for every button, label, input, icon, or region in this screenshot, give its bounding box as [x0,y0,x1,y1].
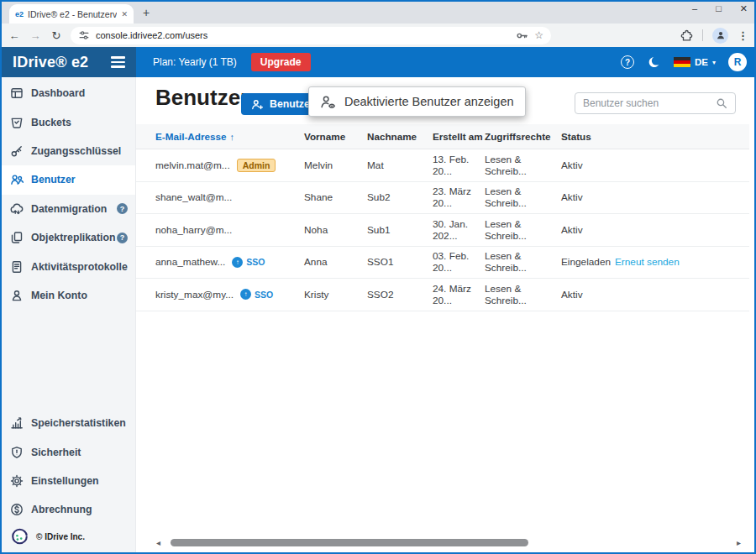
sso-badge: ↑SSO [232,257,265,268]
table-row[interactable]: kristy_max@my...↑SSO Kristy SSO2 24. Mär… [136,279,749,311]
main-content: Benutzer Benutzer einladen Deaktivierte … [136,77,754,552]
table-row[interactable]: shane_walt@m... Shane Sub2 23. März 20..… [136,182,749,215]
user-last-name: SSO1 [367,256,433,268]
user-first-name: Kristy [304,289,367,301]
key-icon [10,144,24,158]
sidebar-item-activity-logs[interactable]: Aktivitätsprotokolle [2,252,135,280]
app-header: IDrive® e2 Plan: Yearly (1 TB) Upgrade ?… [2,47,754,77]
sidebar-footer: © IDrive Inc. [10,526,85,546]
tab-favicon: e2 [15,10,24,18]
user-rights: Lesen & Schreib... [485,218,561,242]
user-created: 24. März 20... [433,283,485,306]
browser-tab[interactable]: e2 IDrive® e2 - Benutzerverwaltung ✕ [9,4,134,24]
sidebar-item-buckets[interactable]: Buckets [2,107,135,136]
scroll-left-arrow[interactable]: ◂ [156,539,160,547]
user-search-box [575,92,736,114]
sidebar-item-storage-stats[interactable]: Speicherstatistiken [2,409,135,437]
sort-ascending-icon: ↑ [229,132,234,142]
sso-label: SSO [246,257,265,267]
table-row[interactable]: noha_harry@m... Noha Sub1 30. Jan. 202..… [136,214,749,247]
person-eye-icon [320,94,336,110]
column-header-label: E-Mail-Adresse [155,131,226,142]
user-last-name: Sub2 [367,191,433,203]
column-header-created[interactable]: Erstellt am [433,131,485,142]
address-bar[interactable]: console.idrivee2.com/users ☆ [71,27,551,44]
column-header-rights[interactable]: Zugriffsrechte [485,131,561,142]
dark-mode-moon-icon[interactable] [647,55,661,70]
scrollbar-track[interactable] [165,539,732,546]
toolbar-right: ⋮ [680,28,748,44]
user-status: Aktiv [561,191,615,203]
sidebar-item-dashboard[interactable]: Dashboard [2,79,135,107]
sidebar-item-security[interactable]: Sicherheit [2,437,135,466]
scrollbar-thumb[interactable] [171,539,528,546]
sidebar-item-label: Objektreplikation [31,232,115,243]
column-header-status[interactable]: Status [561,131,615,142]
column-header-first-name[interactable]: Vorname [304,131,367,142]
show-deactivated-users-tooltip[interactable]: Deaktivierte Benutzer anzeigen [308,86,526,117]
resend-invite-link[interactable]: Erneut senden [615,256,749,268]
show-deactivated-users-label: Deaktivierte Benutzer anzeigen [344,95,514,108]
sidebar-item-access-keys[interactable]: Zugangsschlüssel [2,137,135,165]
tab-close-icon[interactable]: ✕ [121,10,128,18]
sidebar-item-label: Buckets [31,117,71,128]
person-plus-icon [251,98,264,111]
column-header-email[interactable]: E-Mail-Adresse↑ [155,131,304,142]
horizontal-scrollbar: ◂ ▸ [156,537,741,548]
upgrade-button[interactable]: Upgrade [251,53,311,71]
back-icon[interactable]: ← [8,29,21,42]
help-badge-icon[interactable]: ? [117,203,128,214]
sidebar: Dashboard Buckets Zugangsschlüssel Benut… [2,77,136,552]
help-icon[interactable]: ? [621,55,634,69]
user-created: 30. Jan. 202... [433,218,485,242]
column-header-last-name[interactable]: Nachname [367,131,433,142]
new-tab-button[interactable]: + [143,6,150,19]
sidebar-item-billing[interactable]: Abrechnung [2,495,135,524]
window-close-button[interactable]: ✕ [740,3,748,14]
document-log-icon [10,260,24,274]
user-first-name: Anna [304,256,367,268]
user-created: 23. März 20... [433,186,485,209]
user-status: Aktiv [561,289,615,301]
cloud-migration-icon [10,202,24,216]
account-avatar[interactable]: R [728,53,747,71]
sidebar-item-my-account[interactable]: Mein Konto [2,281,135,310]
sidebar-nav: Dashboard Buckets Zugangsschlüssel Benut… [2,77,135,310]
table-row[interactable]: melvin.mat@m...Admin Melvin Mat 13. Feb.… [136,149,749,182]
maximize-button[interactable]: □ [716,3,722,14]
sidebar-item-object-replication[interactable]: Objektreplikation ? [2,223,135,252]
sidebar-item-data-migration[interactable]: Datenmigration ? [2,195,135,223]
forward-icon[interactable]: → [29,29,42,42]
table-row[interactable]: anna_mathew...↑SSO Anna SSO1 03. Feb. 20… [136,247,749,280]
site-settings-icon[interactable] [78,29,90,41]
minimize-button[interactable]: – [692,3,697,14]
password-key-icon[interactable] [516,29,528,42]
extensions-icon[interactable] [680,29,693,42]
reload-icon[interactable]: ↻ [50,29,63,42]
sso-icon: ↑ [232,257,243,268]
search-input[interactable] [583,97,716,109]
sso-badge: ↑SSO [240,289,273,300]
person-icon [10,289,24,302]
help-badge-icon[interactable]: ? [117,233,128,243]
search-icon[interactable] [716,97,727,109]
language-code: DE [695,57,708,67]
user-first-name: Shane [304,191,367,203]
sidebar-item-label: Mein Konto [31,290,87,301]
tab-strip: e2 IDrive® e2 - Benutzerverwaltung ✕ + –… [2,2,754,24]
hamburger-menu-icon[interactable] [111,56,125,67]
sidebar-item-users[interactable]: Benutzer [2,165,135,194]
replication-icon [10,231,24,244]
gear-icon [10,474,24,488]
user-rights: Lesen & Schreib... [485,283,561,306]
sso-icon: ↑ [240,289,251,300]
user-last-name: SSO2 [367,289,433,301]
scroll-right-arrow[interactable]: ▸ [737,539,741,547]
bar-chart-icon [10,416,24,430]
browser-menu-icon[interactable]: ⋮ [738,29,748,42]
sidebar-item-settings[interactable]: Einstellungen [2,467,135,495]
language-selector[interactable]: DE ▾ [674,57,716,68]
chevron-down-icon: ▾ [712,59,716,66]
browser-profile-avatar[interactable] [712,28,728,44]
bookmark-star-icon[interactable]: ☆ [534,29,543,41]
